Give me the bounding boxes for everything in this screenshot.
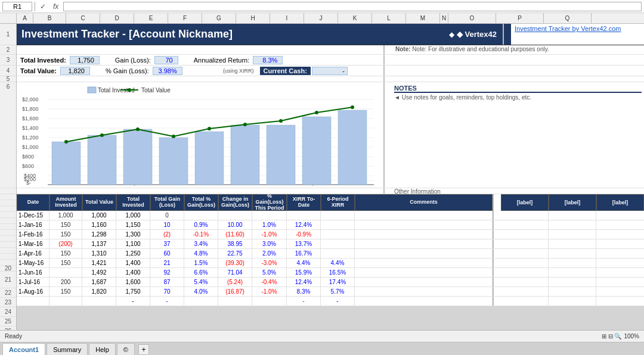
current-cash-value[interactable]: - <box>312 67 348 75</box>
cell-total-invested[interactable]: 1,300 <box>116 230 150 239</box>
cell-other-3[interactable] <box>596 287 644 296</box>
col-header-h[interactable]: H <box>236 13 270 23</box>
col-header-j[interactable]: J <box>304 13 338 23</box>
cell-pct-period[interactable]: 3.0% <box>252 239 287 248</box>
cell-total-invested[interactable]: 1,600 <box>116 278 150 287</box>
cell-other-3[interactable] <box>596 239 644 248</box>
tab-copyright[interactable]: © <box>117 343 135 355</box>
cell-other-1[interactable] <box>501 211 549 220</box>
cell-total-gain[interactable]: 87 <box>150 278 184 287</box>
cell-total-gain[interactable]: 37 <box>150 239 184 248</box>
cell-6period[interactable] <box>321 239 355 248</box>
cell-other-3[interactable] <box>596 278 644 287</box>
col-header-g[interactable]: G <box>202 13 236 23</box>
total-invested-value[interactable]: 1,750 <box>70 56 100 64</box>
cell-pct-period[interactable]: 1.0% <box>252 220 287 229</box>
cell-pct-period[interactable]: -3.0% <box>252 259 287 267</box>
cell-amount[interactable] <box>49 268 82 277</box>
cell-comments[interactable] <box>355 239 493 248</box>
cell-other-1[interactable] <box>501 249 549 258</box>
cell-pct-gain[interactable]: 6.6% <box>184 268 218 277</box>
cell-total-value[interactable]: 1,310 <box>82 249 116 258</box>
cell-total-gain[interactable]: 21 <box>150 259 184 267</box>
cell-date[interactable]: 1-Feb-16 <box>17 230 49 239</box>
cell-xirr[interactable]: 13.7% <box>287 239 321 248</box>
cell-change-gain[interactable]: 10.00 <box>218 220 252 229</box>
cell-total-invested[interactable]: 1,400 <box>116 268 150 277</box>
cell-other-2[interactable] <box>549 211 596 220</box>
cell-total-gain[interactable]: 70 <box>150 287 184 296</box>
cell-amount[interactable]: 200 <box>49 278 82 287</box>
cell-pct-gain[interactable] <box>184 211 218 220</box>
cell-6period[interactable] <box>321 230 355 239</box>
cell-total-gain[interactable]: 60 <box>150 249 184 258</box>
tab-account1[interactable]: Account1 <box>2 343 45 355</box>
col-header-l[interactable]: L <box>372 13 406 23</box>
col-header-m[interactable]: M <box>406 13 440 23</box>
annualized-return-value[interactable]: 8.3% <box>253 56 283 64</box>
cell-other-1[interactable] <box>501 230 549 239</box>
cell-other-1[interactable] <box>501 268 549 277</box>
col-header-n[interactable]: N <box>440 13 448 23</box>
cell-total-value[interactable] <box>82 297 116 306</box>
cell-total-value[interactable]: 1,820 <box>82 287 116 296</box>
cell-xirr[interactable]: - <box>287 297 321 306</box>
cell-other-3[interactable] <box>596 297 644 306</box>
cell-6period[interactable] <box>321 220 355 229</box>
cell-xirr[interactable]: 4.4% <box>287 259 321 267</box>
cell-total-value[interactable]: 1,298 <box>82 230 116 239</box>
cell-other-2[interactable] <box>549 239 596 248</box>
cell-6period[interactable]: 17.4% <box>321 278 355 287</box>
cell-xirr[interactable] <box>287 211 321 220</box>
cell-total-value[interactable]: 1,160 <box>82 220 116 229</box>
cell-reference-box[interactable]: R1 <box>2 2 32 11</box>
cell-6period[interactable]: 4.4% <box>321 259 355 267</box>
cell-other-2[interactable] <box>549 278 596 287</box>
cell-pct-period[interactable] <box>252 211 287 220</box>
cell-pct-period[interactable]: 5.0% <box>252 268 287 277</box>
cell-comments[interactable] <box>355 249 493 258</box>
cell-change-gain[interactable]: (11.60) <box>218 230 252 239</box>
cell-other-1[interactable] <box>501 278 549 287</box>
col-header-e[interactable]: E <box>134 13 168 23</box>
cell-change-gain[interactable]: (16.87) <box>218 287 252 296</box>
cell-pct-gain[interactable]: 0.9% <box>184 220 218 229</box>
cell-amount[interactable]: 1,000 <box>49 211 82 220</box>
cell-date[interactable]: 1-Dec-15 <box>17 211 49 220</box>
cell-total-invested[interactable]: 1,100 <box>116 239 150 248</box>
cell-total-value[interactable]: 1,000 <box>82 211 116 220</box>
cell-other-2[interactable] <box>549 230 596 239</box>
col-header-q[interactable]: Q <box>544 13 592 23</box>
gain-loss-value[interactable]: 70 <box>154 56 178 64</box>
cell-comments[interactable] <box>355 211 493 220</box>
cell-amount[interactable]: 150 <box>49 230 82 239</box>
pct-gain-value[interactable]: 3.98% <box>153 67 182 75</box>
cell-other-3[interactable] <box>596 220 644 229</box>
cell-total-value[interactable]: 1,421 <box>82 259 116 267</box>
cell-6period[interactable] <box>321 249 355 258</box>
add-sheet-button[interactable]: + <box>138 344 149 355</box>
cell-date[interactable]: 1-Mar-16 <box>17 239 49 248</box>
cell-pct-gain[interactable]: -0.1% <box>184 230 218 239</box>
cell-amount[interactable] <box>49 297 82 306</box>
cell-pct-gain[interactable]: 5.4% <box>184 278 218 287</box>
cell-change-gain[interactable]: 71.04 <box>218 268 252 277</box>
cell-6period[interactable]: 16.5% <box>321 268 355 277</box>
cell-change-gain[interactable]: 22.75 <box>218 249 252 258</box>
cell-other-1[interactable] <box>501 287 549 296</box>
cell-xirr[interactable]: -0.9% <box>287 230 321 239</box>
cell-comments[interactable] <box>355 259 493 267</box>
cell-pct-gain[interactable]: 4.8% <box>184 249 218 258</box>
cell-xirr[interactable]: 16.7% <box>287 249 321 258</box>
cell-other-2[interactable] <box>549 268 596 277</box>
cell-6period[interactable]: - <box>321 297 355 306</box>
cell-xirr[interactable]: 12.4% <box>287 220 321 229</box>
cell-total-value[interactable]: 1,137 <box>82 239 116 248</box>
cell-change-gain[interactable]: (39.30) <box>218 259 252 267</box>
cell-comments[interactable] <box>355 268 493 277</box>
cell-total-invested[interactable]: 1,150 <box>116 220 150 229</box>
col-header-d[interactable]: D <box>100 13 134 23</box>
cell-other-1[interactable] <box>501 259 549 267</box>
cell-other-3[interactable] <box>596 230 644 239</box>
cell-total-gain[interactable]: (2) <box>150 230 184 239</box>
